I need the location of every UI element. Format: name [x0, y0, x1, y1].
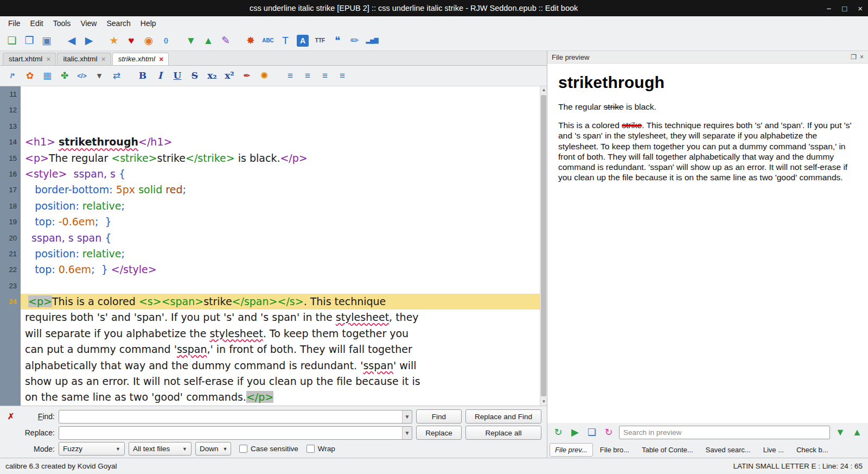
find-dropdown-icon[interactable]: ▼ [402, 410, 412, 423]
plant-icon[interactable]: ✤ [58, 69, 72, 83]
menu-help[interactable]: Help [136, 17, 161, 29]
reports-book-icon[interactable]: A [297, 35, 309, 47]
checkbox-icon[interactable] [307, 445, 315, 453]
panel-tab-file-bro-[interactable]: File bro... [595, 443, 635, 457]
dropdown-arrow-icon[interactable]: ▾ [92, 69, 106, 83]
save-icon[interactable]: ▣ [39, 33, 54, 48]
replace-combobox[interactable]: ▼ [59, 426, 412, 440]
tab-italic.xhtml[interactable]: italic.xhtml× [57, 53, 111, 65]
find-button[interactable]: Find [416, 409, 462, 424]
refresh-preview-icon[interactable]: ↻ [552, 426, 565, 439]
code-row[interactable]: 24 <p>This is a colored <s><span>strike<… [0, 294, 540, 309]
insert-image-icon[interactable]: ▦ [40, 69, 54, 83]
code-row[interactable]: 21 position: relative; [0, 246, 540, 262]
arrange-icon[interactable]: ◉ [141, 33, 156, 48]
case-sensitive-checkbox[interactable]: Case sensitive [239, 445, 298, 453]
minimize-icon[interactable]: − [826, 4, 831, 12]
check-book-icon[interactable]: ✸ [243, 33, 258, 48]
reload-icon[interactable]: ↻ [602, 426, 615, 439]
panel-tab-saved-searc-[interactable]: Saved searc... [700, 443, 756, 457]
code-row[interactable]: 14<h1> strikethrough</h1> [0, 134, 540, 150]
run-preview-icon[interactable]: ▶ [569, 426, 582, 439]
menu-file[interactable]: File [3, 17, 25, 29]
swap-icon[interactable]: ⇄ [110, 69, 124, 83]
code-row[interactable]: on the same line as two 'good' commands.… [0, 389, 540, 405]
code-row[interactable]: alphabetically that way and the dummy co… [0, 358, 540, 374]
code-row[interactable]: show up as an error. It will not self-er… [0, 374, 540, 389]
insert-tag-icon[interactable]: {} [158, 33, 174, 48]
code-row[interactable]: will separate if you alphabetize the sty… [0, 326, 540, 342]
tab-close-icon[interactable]: × [159, 55, 163, 63]
panel-tab-file-prev-[interactable]: File prev... [550, 443, 593, 457]
find-combobox[interactable]: ▼ [59, 410, 412, 424]
preview-search-input[interactable] [619, 426, 830, 439]
arrow-up-icon[interactable]: ▲ [201, 33, 216, 48]
code-row[interactable]: 11 [0, 86, 540, 102]
close-search-icon[interactable]: ✗ [4, 412, 17, 421]
scroll-up-icon[interactable]: ▲ [540, 86, 547, 94]
arrow-down-icon[interactable]: ▼ [183, 33, 199, 48]
align-center-icon[interactable]: ≡ [301, 69, 315, 83]
code-row[interactable]: 15<p>The regular <strike>strike</strike>… [0, 150, 540, 166]
new-file-icon[interactable]: ❏ [4, 33, 20, 48]
comment-icon[interactable]: /* [5, 69, 20, 83]
code-row[interactable]: 19 top: -0.6em; } [0, 214, 540, 230]
strikethrough-icon[interactable]: S [188, 69, 202, 83]
code-row[interactable]: 13 [0, 118, 540, 134]
float-panel-icon[interactable]: ❐ [851, 54, 857, 60]
text-search-icon[interactable]: T [278, 33, 293, 48]
replace-all-button[interactable]: Replace all [465, 426, 541, 440]
maximize-icon[interactable]: □ [842, 4, 847, 12]
tab-close-icon[interactable]: × [46, 55, 50, 63]
replace-button[interactable]: Replace [416, 426, 462, 440]
menu-tools[interactable]: Tools [48, 17, 76, 29]
replace-dropdown-icon[interactable]: ▼ [402, 427, 412, 439]
tab-close-icon[interactable]: × [101, 55, 105, 63]
wrap-checkbox[interactable]: Wrap [307, 445, 335, 453]
code-row[interactable]: can put a dummy command 'sspan,' in fron… [0, 342, 540, 357]
code-row[interactable]: 17 border-bottom: 5px solid red; [0, 182, 540, 198]
code-editor[interactable]: 11121314<h1> strikethrough</h1>15<p>The … [0, 86, 547, 406]
mode-select[interactable]: Fuzzy▼ [59, 442, 125, 456]
mark-file-icon[interactable]: ★ [106, 33, 122, 48]
menu-search[interactable]: Search [101, 17, 135, 29]
underline-icon[interactable]: U [170, 69, 184, 83]
align-right-icon[interactable]: ≡ [318, 69, 332, 83]
scope-select[interactable]: All text files▼ [129, 442, 192, 456]
panel-tab-table-of-conte-[interactable]: Table of Conte... [636, 443, 699, 457]
close-panel-icon[interactable]: × [860, 54, 864, 60]
tab-start.xhtml[interactable]: start.xhtml× [3, 53, 56, 65]
find-previous-icon[interactable]: ▲ [851, 426, 864, 439]
direction-select[interactable]: Down▼ [195, 442, 231, 456]
menu-view[interactable]: View [75, 17, 101, 29]
forward-icon[interactable]: ▶ [81, 33, 97, 48]
paint-bucket-icon[interactable]: ✺ [257, 69, 271, 83]
code-row[interactable]: 18 position: relative; [0, 198, 540, 214]
replace-input[interactable] [59, 427, 402, 439]
smarten-punctuation-icon[interactable]: ❝ [330, 33, 345, 48]
tab-strike.xhtml[interactable]: strike.xhtml× [112, 53, 169, 65]
open-book-icon[interactable]: ❐ [22, 33, 37, 48]
panel-tab-live-[interactable]: Live ... [758, 443, 789, 457]
align-justify-icon[interactable]: ≡ [335, 69, 349, 83]
flower-icon[interactable]: ✿ [23, 69, 37, 83]
donate-icon[interactable]: ♥ [124, 33, 139, 48]
subscript-icon[interactable]: x₂ [205, 69, 219, 83]
file-icon[interactable]: ❏ [585, 426, 598, 439]
brush-icon[interactable]: ✒ [240, 69, 254, 83]
find-input[interactable] [59, 410, 402, 423]
superscript-icon[interactable]: x² [222, 69, 237, 83]
code-row[interactable]: 23 [0, 278, 540, 294]
checkbox-icon[interactable] [239, 445, 247, 453]
menu-edit[interactable]: Edit [25, 17, 48, 29]
code-row[interactable]: 20 sspan, s span { [0, 230, 540, 246]
close-icon[interactable]: × [858, 4, 863, 12]
code-area[interactable]: 11121314<h1> strikethrough</h1>15<p>The … [0, 86, 540, 406]
panel-tab-check-b-[interactable]: Check b... [791, 443, 834, 457]
replace-and-find-button[interactable]: Replace and Find [465, 409, 541, 424]
align-left-icon[interactable]: ≡ [283, 69, 297, 83]
italic-icon[interactable]: I [153, 69, 167, 83]
back-icon[interactable]: ◀ [64, 33, 79, 48]
scroll-down-icon[interactable]: ▼ [540, 398, 547, 406]
pen-icon[interactable]: ✎ [218, 33, 233, 48]
